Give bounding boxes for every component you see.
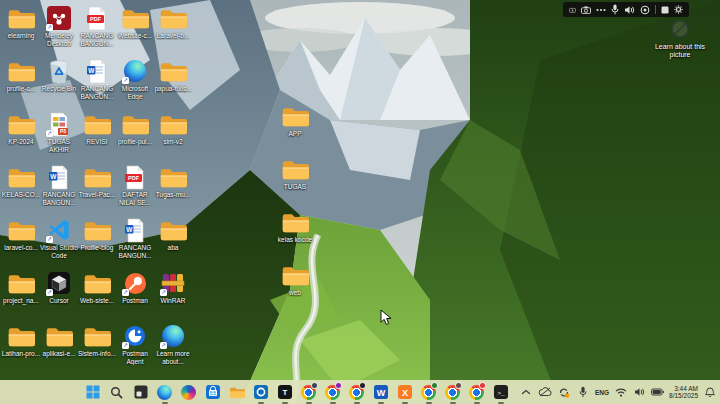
camera-icon[interactable] — [581, 6, 591, 14]
desktop-icon-learn-more-about[interactable]: ↗Learn more about... — [154, 320, 192, 373]
taskbar-xampp[interactable]: X — [396, 381, 413, 404]
folder-icon — [6, 5, 36, 31]
desktop-icon-rancang-bangun[interactable]: PDFRANCANG BANGUN... — [78, 2, 116, 55]
desktop-icon-website-c[interactable]: Website-c... — [116, 2, 154, 55]
desktop-icon-project-na[interactable]: project_na... — [2, 267, 40, 320]
desktop-icon-revisi[interactable]: REVISI — [78, 108, 116, 161]
taskbar-terminal[interactable]: >_ — [492, 381, 509, 404]
desktop-icon-travel-pac[interactable]: Travel-Pac... — [78, 161, 116, 214]
notification-bell[interactable] — [703, 381, 717, 404]
svg-text:W: W — [88, 66, 95, 73]
settings-icon[interactable] — [674, 5, 683, 14]
taskbar-clock[interactable]: 3:44 AM 8/15/2025 — [669, 385, 698, 400]
desktop-icon-kelas-kocde[interactable]: kelas kocde — [265, 206, 325, 259]
desktop-icon-web-siste[interactable]: Web-siste... — [78, 267, 116, 320]
desktop-icon-tugas-mu[interactable]: Tugas-mu... — [154, 161, 192, 214]
desktop-icon-postman[interactable]: ↗Postman — [116, 267, 154, 320]
tray-volume[interactable] — [632, 381, 646, 404]
desktop-icon-papua-fulls[interactable]: papua-fulls... — [154, 55, 192, 108]
desktop-icon-label: Travel-Pac... — [77, 191, 117, 199]
desktop-icon-sistem-info[interactable]: Sistem-info... — [78, 320, 116, 373]
word-icon: W — [82, 58, 112, 84]
running-indicator — [162, 402, 168, 404]
taskbar-chrome[interactable] — [444, 381, 461, 404]
desktop-icon-tugas[interactable]: TUGAS — [265, 153, 325, 206]
desktop-icon-latihan-pro[interactable]: Latihan-pro... — [2, 320, 40, 373]
folder-icon — [158, 5, 188, 31]
taskbar-chrome[interactable] — [324, 381, 341, 404]
shortcut-arrow-icon: ↗ — [46, 24, 53, 31]
desktop-icon-postman-agent[interactable]: ↗Postman Agent — [116, 320, 154, 373]
desktop-icon-kp-2024[interactable]: KP-2024 — [2, 108, 40, 161]
profile-badge — [455, 382, 462, 389]
taskbar-chrome[interactable] — [348, 381, 365, 404]
shortcut-arrow-icon: ↗ — [122, 342, 129, 349]
desktop-icon-recycle-bin[interactable]: Recycle Bin — [40, 55, 78, 108]
taskbar-outlook[interactable] — [252, 381, 269, 404]
tray-wifi[interactable] — [614, 381, 628, 404]
camera-small-icon[interactable] — [569, 7, 576, 13]
desktop-icon-label: TUGAS — [275, 183, 315, 191]
desktop-icon-label: sim-v2 — [153, 138, 193, 146]
taskbar-chrome[interactable] — [468, 381, 485, 404]
tray-battery[interactable] — [650, 381, 664, 404]
taskbar-explorer[interactable] — [228, 381, 245, 404]
folder-icon — [280, 262, 310, 288]
desktop-icon-elearning[interactable]: elearning — [2, 2, 40, 55]
desktop-icon-label: DAFTAR NILAI SE... — [115, 191, 155, 206]
taskbar-chrome[interactable] — [420, 381, 437, 404]
desktop-icon-visual-studio-code[interactable]: ↗Visual Studio Code — [40, 214, 78, 267]
shortcut-arrow-icon: ↗ — [46, 130, 53, 137]
pdf-icon: PDF — [82, 5, 112, 31]
microphone-icon[interactable] — [611, 4, 619, 15]
window-icon[interactable] — [661, 6, 669, 14]
tray-chevron-up[interactable] — [519, 381, 533, 404]
desktop-icon-daftar-nilai-se[interactable]: PDFDAFTAR NILAI SE... — [116, 161, 154, 214]
desktop-icon-rancang-bangun[interactable]: WRANCANG BANGUN... — [78, 55, 116, 108]
pdf-icon: PDF — [120, 164, 150, 190]
desktop-icon-rancang-bangun[interactable]: WRANCANG BANGUN... — [40, 161, 78, 214]
desktop-icon-profile-blog[interactable]: Profile-blog — [78, 214, 116, 267]
taskbar-taskview[interactable] — [132, 381, 149, 404]
desktop-icon-aplikasi-e[interactable]: aplikasi-e... — [40, 320, 78, 373]
tray-sync-pending[interactable] — [557, 381, 571, 404]
desktop-icon-microsoft-edge[interactable]: ↗Microsoft Edge — [116, 55, 154, 108]
desktop-icon-label: RANCANG BANGUN... — [77, 32, 117, 47]
more-icon[interactable] — [596, 8, 606, 12]
desktop-icon-laravel-b[interactable]: Laravel-b... — [154, 2, 192, 55]
desktop-icon-profile-c[interactable]: profile-c... — [2, 55, 40, 108]
taskbar-start[interactable] — [84, 381, 101, 404]
running-indicator — [306, 402, 312, 404]
start-icon — [86, 385, 100, 399]
taskbar: TWX>_ ENG 3:44 AM 8/15/2025 — [0, 380, 720, 404]
desktop-icon-profile-pul[interactable]: profile-pul... — [116, 108, 154, 161]
taskbar-word[interactable]: W — [372, 381, 389, 404]
tray-microphone[interactable] — [576, 381, 590, 404]
taskbar-edge[interactable] — [156, 381, 173, 404]
taskbar-tapp[interactable]: T — [276, 381, 293, 404]
taskbar-search[interactable] — [108, 381, 125, 404]
taskbar-copilot[interactable] — [180, 381, 197, 404]
desktop-icon-app[interactable]: APP — [265, 100, 325, 153]
shortcut-arrow-icon: ↗ — [122, 77, 129, 84]
desktop-icon-label: Profile-blog — [77, 244, 117, 252]
desktop-icon-rancang-bangun[interactable]: WRANCANG BANGUN... — [116, 214, 154, 267]
desktop-icon-laravel-co[interactable]: laravel-co... — [2, 214, 40, 267]
spotlight-learn-about[interactable]: Learn about this picture — [646, 16, 714, 59]
tray-onedrive-paused[interactable] — [538, 381, 552, 404]
desktop-icon-tugas-akhir[interactable]: P3↗TUGAS AKHIR — [40, 108, 78, 161]
taskbar-store[interactable] — [204, 381, 221, 404]
desktop-icon-sim-v2[interactable]: sim-v2 — [154, 108, 192, 161]
outlook-icon — [254, 385, 268, 399]
desktop-icon-aba[interactable]: aba — [154, 214, 192, 267]
desktop-icon-mendeley-desktop[interactable]: ↗Mendeley Desktop — [40, 2, 78, 55]
taskbar-chrome[interactable] — [300, 381, 317, 404]
desktop-icon-winrar[interactable]: ↗WinRAR — [154, 267, 192, 320]
desktop-icon-kelas-co[interactable]: KELAS-CO... — [2, 161, 40, 214]
desktop-icon-cursor[interactable]: ↗Cursor — [40, 267, 78, 320]
speaker-icon[interactable] — [624, 5, 635, 15]
record-icon[interactable] — [640, 5, 650, 15]
spotlight-icon — [665, 16, 695, 42]
language-indicator[interactable]: ENG — [595, 389, 609, 396]
desktop-icon-web[interactable]: web — [265, 259, 325, 312]
